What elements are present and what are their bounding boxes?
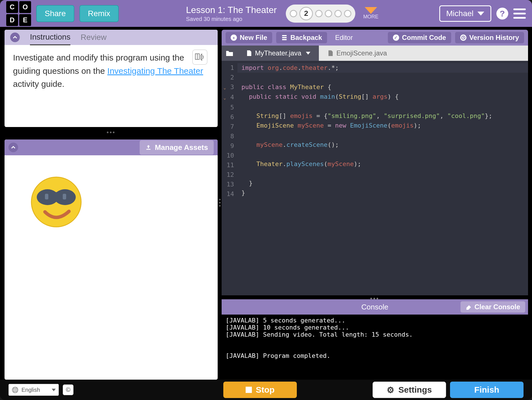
new-file-label: New File xyxy=(240,34,267,42)
language-select[interactable]: English xyxy=(8,384,59,396)
svg-rect-9 xyxy=(282,35,287,36)
theater-header: Manage Assets xyxy=(5,139,218,155)
check-icon: ✓ xyxy=(393,35,399,41)
upload-icon xyxy=(145,144,152,150)
svg-rect-11 xyxy=(282,39,287,40)
instructions-body: Investigate and modify this program usin… xyxy=(5,45,218,127)
code-editor[interactable]: 12⌄ 3⌄ 4567891011121314 import org.code.… xyxy=(222,61,528,295)
plus-icon: + xyxy=(231,35,237,41)
file-tab-emojiscene[interactable]: EmojiScene.java xyxy=(319,46,395,61)
line-gutter: 12⌄ 3⌄ 4567891011121314 xyxy=(222,61,237,295)
finish-button[interactable]: Finish xyxy=(450,382,524,398)
file-tab-label: MyTheater.java xyxy=(255,49,301,57)
clear-console-label: Clear Console xyxy=(475,303,520,311)
share-button[interactable]: Share xyxy=(36,5,74,22)
code-lines[interactable]: import org.code.theater.*; public class … xyxy=(237,61,528,295)
username: Michael xyxy=(446,9,473,18)
commit-code-button[interactable]: ✓ Commit Code xyxy=(388,32,451,43)
console-output[interactable]: [JAVALAB] 5 seconds generated... [JAVALA… xyxy=(222,315,528,380)
bottom-bar: English © Stop Settings Finish xyxy=(0,380,532,400)
eraser-icon xyxy=(466,304,472,310)
app-header: C O D E Share Remix Lesson 1: The Theate… xyxy=(0,0,532,27)
svg-rect-1 xyxy=(146,149,150,150)
chevron-down-icon xyxy=(52,389,56,391)
manage-assets-label: Manage Assets xyxy=(155,143,208,152)
user-menu-button[interactable]: Michael xyxy=(439,5,491,22)
settings-label: Settings xyxy=(398,385,432,395)
chevron-down-icon xyxy=(365,7,377,14)
more-dropdown[interactable]: MORE xyxy=(363,7,379,20)
logo-cell: D xyxy=(6,14,18,26)
remix-button[interactable]: Remix xyxy=(79,5,119,22)
text-to-speech-icon[interactable] xyxy=(192,50,207,65)
vertical-resize-handle[interactable]: ••• xyxy=(218,27,222,380)
theater-pane: Manage Assets xyxy=(5,139,218,380)
file-tab-label: EmojiScene.java xyxy=(336,49,387,57)
clock-icon xyxy=(460,35,466,41)
stop-label: Stop xyxy=(256,385,275,395)
gear-icon xyxy=(387,385,394,395)
lesson-title-block: Lesson 1: The Theater Saved 30 minutes a… xyxy=(186,5,277,22)
tab-instructions[interactable]: Instructions xyxy=(30,33,70,45)
chevron-down-icon xyxy=(306,52,310,55)
instructions-pane: Instructions Review Investigate and modi… xyxy=(5,30,218,127)
file-icon xyxy=(327,50,334,56)
code-org-logo[interactable]: C O D E xyxy=(6,1,31,26)
logo-cell: E xyxy=(19,14,31,26)
saved-status: Saved 30 minutes ago xyxy=(186,16,277,22)
logo-cell: C xyxy=(6,1,18,13)
manage-assets-button[interactable]: Manage Assets xyxy=(140,140,214,155)
version-history-button[interactable]: Version History xyxy=(455,32,524,43)
horizontal-resize-handle[interactable]: ••• xyxy=(222,295,528,299)
progress-dot-2-active[interactable]: 2 xyxy=(299,7,313,20)
clear-console-button[interactable]: Clear Console xyxy=(460,301,525,313)
new-file-button[interactable]: + New File xyxy=(226,32,272,43)
progress-dot-6[interactable] xyxy=(344,10,351,17)
file-tab-mytheater[interactable]: MyTheater.java xyxy=(237,46,319,61)
progress-dot-5[interactable] xyxy=(334,10,342,17)
progress-dot-4[interactable] xyxy=(325,10,332,17)
file-browser-icon[interactable] xyxy=(222,46,237,61)
console-header: Console Clear Console xyxy=(222,299,528,315)
commit-label: Commit Code xyxy=(402,34,446,42)
svg-rect-7 xyxy=(45,194,48,199)
logo-cell: O xyxy=(19,1,31,13)
language-label: English xyxy=(21,387,40,393)
editor-toolbar: + New File Backpack Editor ✓ Commit Code xyxy=(222,30,528,46)
hamburger-menu-icon[interactable] xyxy=(513,8,526,19)
copyright-button[interactable]: © xyxy=(63,384,73,395)
stop-button[interactable]: Stop xyxy=(223,382,297,398)
activity-guide-link[interactable]: Investigating The Theater xyxy=(107,66,203,76)
file-icon xyxy=(246,50,252,56)
backpack-button[interactable]: Backpack xyxy=(276,32,327,43)
theater-stage xyxy=(5,155,218,380)
globe-icon xyxy=(12,386,19,393)
progress-dot-1[interactable] xyxy=(290,10,297,17)
tab-review[interactable]: Review xyxy=(81,33,107,45)
collapse-icon[interactable] xyxy=(10,33,20,42)
svg-rect-8 xyxy=(63,194,66,199)
lesson-title: Lesson 1: The Theater xyxy=(186,5,277,15)
progress-bubbles: 2 xyxy=(286,5,355,23)
svg-rect-10 xyxy=(282,37,287,38)
history-label: Version History xyxy=(469,34,519,42)
file-tabs: MyTheater.java EmojiScene.java xyxy=(222,46,528,61)
console-title: Console xyxy=(361,303,388,311)
instructions-text-tail: activity guide. xyxy=(13,79,64,89)
backpack-icon xyxy=(281,35,287,41)
help-icon[interactable]: ? xyxy=(496,8,508,20)
more-label: MORE xyxy=(363,14,379,20)
backpack-label: Backpack xyxy=(290,34,322,42)
settings-button[interactable]: Settings xyxy=(373,382,446,398)
progress-dot-3[interactable] xyxy=(315,10,323,17)
horizontal-resize-handle[interactable]: ••• xyxy=(5,131,218,136)
stop-icon xyxy=(246,387,252,393)
editor-label[interactable]: Editor xyxy=(331,32,357,43)
instructions-tabbar: Instructions Review xyxy=(5,30,218,45)
cool-emoji-image xyxy=(29,175,83,229)
collapse-icon[interactable] xyxy=(8,143,18,152)
chevron-down-icon xyxy=(477,12,484,16)
